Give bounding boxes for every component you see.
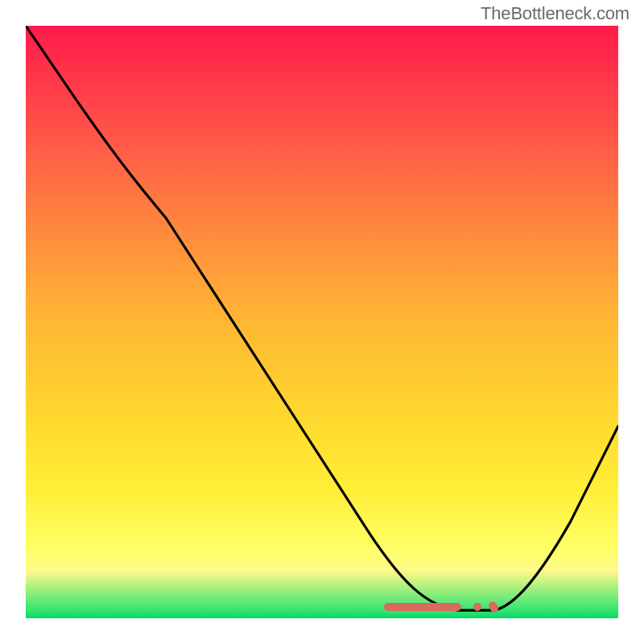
watermark-text: TheBottleneck.com — [481, 3, 630, 24]
curve-path — [26, 26, 618, 610]
chart-area — [24, 24, 620, 620]
optimal-range-marker — [384, 603, 461, 611]
optimal-range-marker-dot — [473, 603, 481, 611]
bottleneck-curve — [26, 26, 618, 618]
